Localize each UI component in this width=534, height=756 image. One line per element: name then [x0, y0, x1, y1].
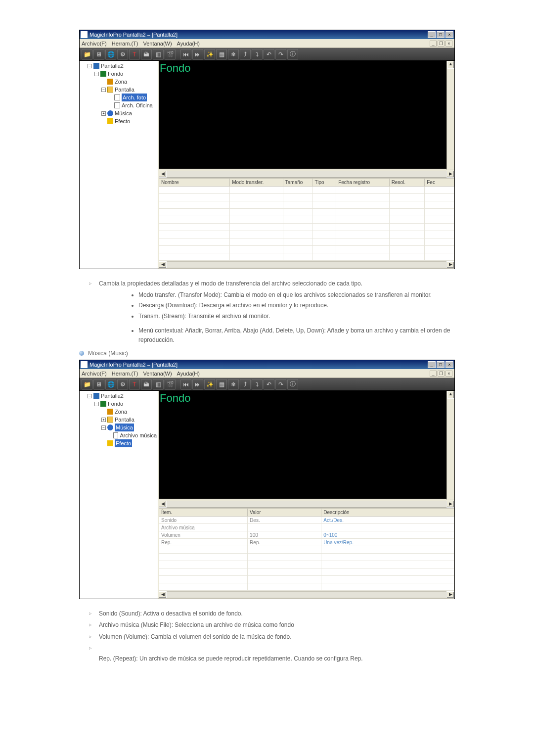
screen-icon[interactable]: 🖥	[93, 49, 104, 60]
table-row[interactable]	[159, 224, 454, 231]
down-arrow-icon[interactable]: ⤵	[252, 379, 263, 390]
col-item[interactable]: Ítem.	[159, 509, 248, 517]
menu-tools[interactable]: Herram.(T)	[112, 371, 138, 377]
menu-help[interactable]: Ayuda(H)	[177, 371, 200, 377]
grid-scrollbar[interactable]: ◀▶	[159, 261, 454, 269]
clapper-icon[interactable]: 🎬	[165, 379, 176, 390]
config-icon[interactable]: ⚙	[117, 379, 128, 390]
expand-toggle[interactable]: −	[101, 425, 106, 430]
end-icon[interactable]: ⏭	[192, 49, 203, 60]
close-button[interactable]: ×	[445, 361, 453, 368]
info-icon[interactable]: ⓘ	[287, 49, 298, 60]
rewind-icon[interactable]: ⏮	[180, 379, 191, 390]
table-row[interactable]	[159, 561, 454, 568]
minimize-button[interactable]: _	[428, 361, 436, 368]
table-row[interactable]	[159, 187, 454, 194]
redo-icon[interactable]: ↷	[275, 49, 286, 60]
col-fecha[interactable]: Fecha registro	[336, 179, 389, 187]
folder-icon[interactable]: 📁	[82, 49, 92, 60]
rewind-icon[interactable]: ⏮	[180, 49, 191, 60]
col-modo[interactable]: Modo transfer.	[230, 179, 283, 187]
tree-pantalla[interactable]: Pantalla	[115, 86, 134, 94]
mdi-close-button[interactable]: ×	[445, 41, 452, 47]
page-icon[interactable]: ▥	[153, 49, 164, 60]
table-row[interactable]	[159, 253, 454, 261]
table-row[interactable]: SonidoDes.Act./Des.	[159, 517, 454, 524]
undo-icon[interactable]: ↶	[264, 379, 274, 390]
tree-efecto[interactable]: Efecto	[115, 117, 130, 125]
col-resol[interactable]: Resol.	[389, 179, 425, 187]
tree-efecto[interactable]: Efecto	[115, 439, 132, 447]
table-row[interactable]	[159, 546, 454, 554]
horizontal-scrollbar[interactable]: ◀▶	[159, 500, 454, 508]
expand-toggle[interactable]: −	[101, 88, 106, 92]
table-row[interactable]	[159, 216, 454, 224]
table-row[interactable]: Rep.Rep.Una vez/Rep.	[159, 539, 454, 546]
vertical-scrollbar[interactable]: ▲	[446, 391, 454, 500]
close-button[interactable]: ×	[445, 31, 453, 38]
expand-toggle[interactable]: −	[88, 64, 92, 68]
maximize-button[interactable]: □	[437, 31, 445, 38]
table-row[interactable]	[159, 246, 454, 253]
menu-tools[interactable]: Herram.(T)	[112, 41, 138, 47]
clapper-icon[interactable]: 🎬	[165, 49, 176, 60]
grid-scrollbar[interactable]: ◀▶	[159, 591, 454, 599]
up-arrow-icon[interactable]: ⤴	[240, 49, 251, 60]
tree-musica[interactable]: Música	[115, 109, 132, 117]
expand-toggle[interactable]: −	[94, 72, 99, 76]
snowflake-icon[interactable]: ❄	[228, 49, 239, 60]
up-arrow-icon[interactable]: ⤴	[240, 379, 251, 390]
col-tipo[interactable]: Tipo	[312, 179, 336, 187]
col-tamano[interactable]: Tamaño	[283, 179, 312, 187]
table-row[interactable]: Volumen1000~100	[159, 531, 454, 539]
info-icon[interactable]: ⓘ	[287, 379, 298, 390]
tree-pantalla[interactable]: Pantalla	[115, 416, 134, 424]
col-fec[interactable]: Fec	[425, 179, 454, 187]
page-icon[interactable]: ▥	[153, 379, 164, 390]
table-row[interactable]	[159, 554, 454, 561]
col-nombre[interactable]: Nombre	[159, 179, 230, 187]
menu-window[interactable]: Ventana(W)	[143, 41, 172, 47]
wand-icon[interactable]: ✨	[204, 49, 215, 60]
mdi-minimize-button[interactable]: _	[430, 371, 437, 377]
redo-icon[interactable]: ↷	[275, 379, 286, 390]
snowflake-icon[interactable]: ❄	[228, 379, 239, 390]
tree-root[interactable]: Pantalla2	[101, 392, 124, 400]
menu-file[interactable]: Archivo(F)	[82, 41, 107, 47]
table-row[interactable]: Archivo música	[159, 524, 454, 531]
table-row[interactable]	[159, 568, 454, 576]
screen-icon[interactable]: 🖥	[93, 379, 104, 390]
end-icon[interactable]: ⏭	[192, 379, 203, 390]
table-row[interactable]	[159, 576, 454, 583]
expand-toggle[interactable]: −	[94, 402, 99, 406]
expand-toggle[interactable]: +	[101, 418, 106, 422]
minimize-button[interactable]: _	[428, 31, 436, 38]
maximize-button[interactable]: □	[437, 361, 445, 368]
config-icon[interactable]: ⚙	[117, 49, 128, 60]
text-icon[interactable]: T	[129, 379, 140, 390]
vertical-scrollbar[interactable]: ▲	[446, 61, 454, 170]
calendar-icon[interactable]: ▦	[216, 379, 227, 390]
table-row[interactable]	[159, 201, 454, 209]
expand-toggle[interactable]: −	[88, 394, 92, 398]
down-arrow-icon[interactable]: ⤵	[252, 49, 263, 60]
table-row[interactable]	[159, 238, 454, 246]
mdi-minimize-button[interactable]: _	[430, 41, 437, 47]
expand-toggle[interactable]: +	[101, 111, 106, 116]
wand-icon[interactable]: ✨	[204, 379, 215, 390]
menu-file[interactable]: Archivo(F)	[82, 371, 107, 377]
tree-zona[interactable]: Zona	[115, 408, 127, 416]
tree-root[interactable]: Pantalla2	[101, 62, 124, 70]
tree-archivo-musica[interactable]: Archivo música	[120, 431, 157, 439]
tree-fondo[interactable]: Fondo	[108, 400, 123, 408]
menu-window[interactable]: Ventana(W)	[143, 371, 172, 377]
mdi-restore-button[interactable]: ❐	[438, 371, 445, 377]
tree-arch-oficina[interactable]: Arch. Oficina	[122, 101, 153, 109]
folder-icon[interactable]: 📁	[82, 379, 92, 390]
menu-help[interactable]: Ayuda(H)	[177, 41, 200, 47]
table-row[interactable]	[159, 231, 454, 238]
calendar-icon[interactable]: ▦	[216, 49, 227, 60]
mountain-icon[interactable]: 🏔	[141, 49, 152, 60]
undo-icon[interactable]: ↶	[264, 49, 274, 60]
mountain-icon[interactable]: 🏔	[141, 379, 152, 390]
